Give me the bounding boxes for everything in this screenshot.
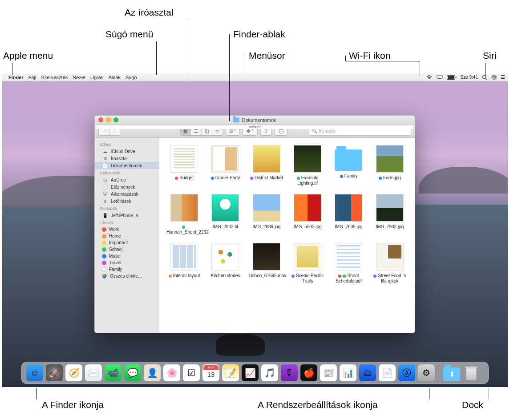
dock-podcasts-icon[interactable]: 🎙 (281, 364, 298, 381)
tag-dot-icon (175, 177, 178, 180)
callout-wifi: Wi-Fi ikon (349, 50, 390, 61)
desktop: Finder Fájl Szerkesztés Nézet Ugrás Abla… (2, 73, 508, 387)
sidebar-item-fav-0[interactable]: ◎AirDrop (95, 176, 159, 183)
dock-messages-icon[interactable]: 💬 (124, 364, 141, 381)
file-item[interactable]: Dinner Party (207, 145, 243, 186)
dock-reminders-icon[interactable]: ☑ (183, 364, 200, 381)
dock-calendar-icon[interactable]: NOV13 (202, 364, 219, 381)
file-thumbnail (170, 243, 198, 271)
dock-launchpad-icon[interactable]: 🚀 (46, 364, 63, 381)
file-item[interactable]: IMG_5502.jpg (290, 194, 325, 235)
dock-notes-icon[interactable]: 📝 (222, 364, 239, 381)
file-item[interactable]: IMG_7635.jpg (331, 194, 366, 235)
file-item[interactable]: IMG_2889.jpg (249, 194, 284, 235)
sidebar-item-icloud-2[interactable]: 📄Dokumentumok (95, 162, 159, 169)
file-thumbnail (253, 145, 280, 173)
sidebar-item-fav-2[interactable]: ⒶAlkalmazások (95, 190, 159, 198)
notification-center-icon[interactable]: ☰ (501, 74, 505, 80)
dock-finder-icon[interactable]: ☺ (26, 364, 43, 381)
finder-window: Dokumentumok 〈 〉 ▦ ☰ ◫ ▭ ⊞ ˅ ✻ ˅ ⇪ ◯ 🔍 K… (94, 115, 415, 333)
sidebar-item-label: Jeff iPhone-ja (111, 213, 138, 218)
dock-stocks-icon[interactable]: 📈 (242, 364, 259, 381)
file-item[interactable]: Family (331, 145, 366, 186)
sidebar-tag-label: Family (109, 267, 122, 272)
dock-trash[interactable] (463, 364, 480, 381)
dock-safari-icon[interactable]: 🧭 (65, 364, 82, 381)
menu-view[interactable]: Nézet (73, 75, 85, 80)
menubar: Finder Fájl Szerkesztés Nézet Ugrás Abla… (2, 73, 508, 81)
dock-pages-icon[interactable]: 📄 (379, 364, 396, 381)
file-thumbnail (211, 194, 239, 222)
apps-icon: Ⓐ (102, 191, 108, 197)
airplay-icon[interactable] (437, 75, 443, 80)
menu-go[interactable]: Ugrás (90, 75, 103, 80)
file-item[interactable]: Farm.jpg (372, 145, 408, 186)
sidebar-tag-family[interactable]: Family (95, 266, 159, 273)
sidebar-item-fav-1[interactable]: 🕘Előzmények (95, 183, 159, 190)
all-tags-icon (102, 274, 107, 279)
file-item[interactable]: Kitchen stories (207, 243, 243, 284)
sidebar-tag-school[interactable]: School (95, 246, 159, 253)
file-item[interactable]: IMG_7932.jpg (372, 194, 408, 235)
menu-file[interactable]: Fájl (28, 75, 36, 80)
sidebar-tag-label: Travel (109, 260, 121, 265)
spotlight-icon[interactable] (482, 75, 487, 80)
wifi-icon[interactable] (426, 75, 433, 80)
file-thumbnail (294, 243, 321, 271)
sidebar-tag-work[interactable]: Work (95, 226, 159, 233)
dock-music-icon[interactable]: 🎵 (261, 364, 278, 381)
zoom-button[interactable] (113, 117, 118, 122)
sidebar-tag-travel[interactable]: Travel (95, 259, 159, 266)
file-item[interactable]: IMG_2832.tif (207, 194, 243, 235)
file-item[interactable]: Shoot Schedule.pdf (331, 243, 366, 284)
sidebar-item-icloud-0[interactable]: ☁iCloud Drive (95, 148, 159, 155)
dock-appstore-icon[interactable]: Ⓐ (398, 364, 415, 381)
file-item[interactable]: Scenic Pacific Trails (290, 243, 325, 284)
airdrop-icon: ◎ (102, 177, 108, 182)
menubar-clock[interactable]: Sze 9:41 (461, 75, 478, 80)
file-name: District Market (250, 175, 283, 181)
menu-window[interactable]: Ablak (108, 75, 121, 80)
dock-keynote-icon[interactable]: 🗂 (359, 364, 376, 381)
dock-tv-icon[interactable]: 🍎 (300, 364, 317, 381)
close-button[interactable] (98, 117, 103, 122)
folder-icon (233, 117, 239, 122)
menu-help[interactable]: Súgó (125, 75, 137, 80)
file-thumbnail (294, 145, 321, 173)
sidebar-all-tags[interactable]: Összes címke… (95, 273, 159, 279)
battery-icon[interactable] (447, 75, 457, 80)
svg-line-5 (486, 78, 487, 80)
file-item[interactable]: Street Food in Bangkok (372, 243, 408, 284)
dock-downloads-folder[interactable]: ⬇ (443, 364, 460, 381)
sidebar-tag-important[interactable]: Important (95, 239, 159, 246)
dock-numbers-icon[interactable]: 📊 (340, 364, 356, 381)
sidebar-item-dev-0[interactable]: 📱Jeff iPhone-ja (95, 212, 159, 219)
sidebar-header-icloud: iCloud (95, 141, 159, 148)
file-item[interactable]: Lisbon_61695.mov (249, 243, 284, 284)
minimize-button[interactable] (106, 117, 111, 122)
siri-icon[interactable] (491, 75, 497, 80)
sidebar-tag-label: Home (109, 234, 121, 238)
sidebar-item-fav-3[interactable]: ⬇Letöltések (95, 198, 159, 205)
dock-news-icon[interactable]: 📰 (320, 364, 337, 381)
sidebar-item-icloud-1[interactable]: 🖥Íróasztal (95, 155, 159, 162)
dock-systempreferences-icon[interactable]: ⚙ (418, 364, 435, 381)
file-item[interactable]: Interior layout (166, 243, 202, 284)
sidebar-tag-music[interactable]: Music (95, 253, 159, 259)
dock-photos-icon[interactable]: 🌸 (163, 364, 180, 381)
dock-mail-icon[interactable]: ✉️ (85, 364, 102, 381)
file-item[interactable]: Budget (166, 145, 202, 186)
menu-app-name[interactable]: Finder (8, 75, 24, 80)
tag-dot-icon (102, 247, 106, 252)
dock-contacts-icon[interactable]: 👤 (144, 364, 161, 381)
file-item[interactable]: Hannah_Shoot_2262 (166, 194, 202, 235)
file-item[interactable]: District Market (249, 145, 284, 186)
file-thumbnail (335, 194, 362, 222)
dock-facetime-icon[interactable]: 📹 (105, 364, 121, 381)
sidebar-tag-home[interactable]: Home (95, 233, 159, 239)
tag-dot-icon (343, 275, 346, 278)
file-item[interactable]: Example Lighting.tif (290, 145, 325, 186)
tag-dot-icon (102, 267, 106, 272)
sidebar-item-label: Alkalmazások (111, 192, 138, 197)
menu-edit[interactable]: Szerkesztés (41, 75, 68, 80)
